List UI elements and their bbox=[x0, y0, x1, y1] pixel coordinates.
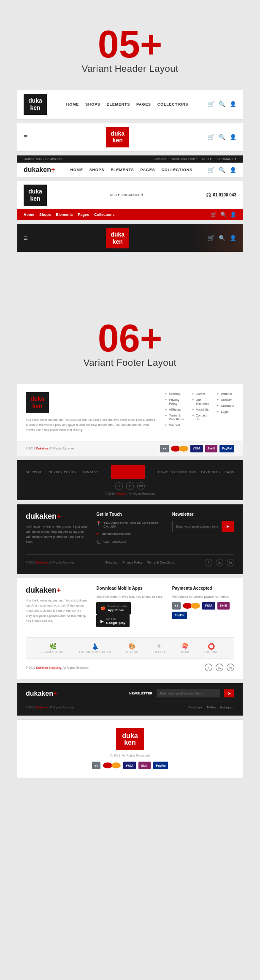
link-contact[interactable]: Contact Us bbox=[192, 414, 209, 421]
nav-pages[interactable]: PAGES bbox=[136, 102, 151, 106]
instagram-link[interactable]: Instagram bbox=[220, 705, 234, 709]
link-affiliates[interactable]: Affiliates bbox=[165, 408, 184, 411]
twitter-icon[interactable]: tw bbox=[216, 559, 223, 566]
nav-pages[interactable]: PAGES bbox=[141, 168, 155, 172]
track-order-link[interactable]: Track Your Order bbox=[171, 157, 197, 161]
cart-icon[interactable]: 🛒 bbox=[208, 134, 214, 140]
link-branches[interactable]: Our Branches bbox=[192, 398, 209, 406]
nav-collections[interactable]: COLLECTIONS bbox=[157, 102, 188, 106]
pay-generic-icon: ●● bbox=[92, 762, 100, 769]
header1-icons: 🛒 🔍 👤 bbox=[208, 101, 236, 107]
link-about[interactable]: About Us bbox=[192, 408, 209, 411]
footer3-privacy[interactable]: Privacy Policy bbox=[122, 561, 142, 564]
footer5-brand-link[interactable]: Dukaken bbox=[36, 706, 48, 709]
footer2-terms[interactable]: TERMS & CONDITIONS bbox=[157, 470, 196, 474]
footer2-faqs[interactable]: FAQS bbox=[225, 470, 234, 474]
nav-elements[interactable]: ELEMENTS bbox=[107, 102, 130, 106]
cart-icon[interactable]: 🛒 bbox=[208, 235, 214, 241]
footer2-privacy[interactable]: PRIVACY POLICY bbox=[48, 470, 77, 474]
nav-shops[interactable]: SHOPS bbox=[89, 168, 105, 172]
link-terms[interactable]: Terms & Conditions bbox=[165, 414, 184, 421]
facebook-link[interactable]: Facebook bbox=[189, 705, 203, 709]
link-account[interactable]: Account bbox=[217, 398, 234, 402]
search-icon[interactable]: 🔍 bbox=[219, 167, 225, 173]
currency-selector[interactable]: USD ▾ SINGAPORE ▾ bbox=[110, 193, 143, 197]
footer4-payments-desc: We depose for correct payments method bbox=[172, 595, 234, 599]
footer-variant-4: dukaken+ You think water moves fast. You… bbox=[17, 578, 243, 679]
footer2-contact[interactable]: CONTACT bbox=[82, 470, 98, 474]
cart-icon[interactable]: 🛒 bbox=[208, 101, 214, 107]
link-checkout[interactable]: Checkout bbox=[217, 404, 234, 408]
pay-generic-icon: ●● bbox=[160, 445, 168, 452]
footer1-brand-link[interactable]: Dukaken bbox=[36, 447, 48, 450]
pay-mc-right-icon bbox=[191, 603, 200, 609]
header2-logo: duka ken bbox=[106, 127, 129, 148]
footer3-contact-title: Get In Touch bbox=[96, 512, 164, 517]
brands-row: 🌿LEAVES & CO. 👗FASHION BLOGGER 🎨STUDIO ✈… bbox=[26, 637, 234, 659]
search-icon[interactable]: 🔍 bbox=[220, 212, 227, 218]
search-icon[interactable]: 🔍 bbox=[219, 134, 225, 140]
cart-icon[interactable]: 🛒 bbox=[211, 212, 217, 218]
nav-shops[interactable]: Shops bbox=[39, 212, 51, 217]
google-play-button[interactable]: ▶ Get it on Google play bbox=[96, 615, 130, 627]
newsletter-submit-button[interactable]: ➤ bbox=[224, 689, 234, 697]
user-icon[interactable]: 👤 bbox=[230, 235, 236, 241]
footer2-logo: duka ken bbox=[111, 465, 145, 479]
brand-studio: 🎨STUDIO bbox=[126, 643, 138, 653]
link-support[interactable]: Support bbox=[165, 423, 184, 427]
newsletter-submit-button[interactable]: ➤ bbox=[222, 521, 234, 532]
search-icon[interactable]: 🔍 bbox=[219, 101, 225, 107]
link-login[interactable]: Login bbox=[217, 410, 234, 414]
link-career[interactable]: Career bbox=[192, 392, 209, 396]
nav-elements[interactable]: Elements bbox=[56, 212, 73, 217]
location-link[interactable]: Location bbox=[153, 157, 166, 161]
user-icon[interactable]: 👤 bbox=[230, 101, 236, 107]
pay-mc-right-icon bbox=[111, 762, 121, 768]
brand-sushi: 🍣sushi bbox=[181, 643, 190, 653]
user-icon[interactable]: 👤 bbox=[230, 134, 236, 140]
search-icon[interactable]: 🔍 bbox=[219, 235, 225, 241]
newsletter-input[interactable] bbox=[157, 689, 220, 697]
twitter-icon[interactable]: tw bbox=[216, 664, 223, 671]
footer3-shipping[interactable]: Shipping bbox=[105, 561, 117, 564]
instagram-icon[interactable]: in bbox=[227, 664, 234, 671]
currency-select[interactable]: USD ▾ bbox=[202, 157, 211, 161]
cart-icon[interactable]: 🛒 bbox=[208, 167, 214, 173]
nav-shops[interactable]: SHOPS bbox=[85, 102, 100, 106]
nav-elements[interactable]: ELEMENTS bbox=[111, 168, 134, 172]
hamburger-icon[interactable]: ≡ bbox=[24, 234, 27, 242]
nav-home[interactable]: HOME bbox=[66, 102, 79, 106]
footer2-payments[interactable]: PAYMENTS bbox=[201, 470, 220, 474]
footer3-terms[interactable]: Terms & Conditions bbox=[147, 561, 175, 564]
twitter-link[interactable]: Twitter bbox=[207, 705, 216, 709]
pay-generic-icon: ●● bbox=[172, 602, 181, 610]
twitter-icon[interactable]: tw bbox=[137, 482, 145, 490]
brand-leaves: 🌿LEAVES & CO. bbox=[41, 643, 65, 653]
footer1-links-col3: Wishlist Account Checkout Login bbox=[217, 392, 234, 414]
app-store-button[interactable]: 🍎 Download on the App Store bbox=[96, 602, 131, 615]
user-icon[interactable]: 👤 bbox=[230, 212, 236, 218]
footer4-apps-title: Download Mobile Apps bbox=[96, 586, 164, 591]
nav-pages[interactable]: Pages bbox=[78, 212, 89, 217]
user-icon[interactable]: 👤 bbox=[230, 167, 236, 173]
nav-home[interactable]: Home bbox=[24, 212, 34, 217]
instagram-icon[interactable]: in bbox=[227, 559, 234, 566]
link-privacy[interactable]: Privacy Policy bbox=[165, 398, 184, 406]
instagram-icon[interactable]: in bbox=[126, 482, 134, 490]
country-select[interactable]: GERMANY ▾ bbox=[217, 157, 236, 161]
nav-collections[interactable]: Collections bbox=[94, 212, 115, 217]
hamburger-icon[interactable]: ≡ bbox=[24, 133, 27, 141]
link-wishlist[interactable]: Wishlist bbox=[217, 392, 234, 396]
footer2-shipping[interactable]: SHIPPING bbox=[26, 470, 43, 474]
facebook-icon[interactable]: f bbox=[115, 482, 123, 490]
facebook-icon[interactable]: f bbox=[205, 664, 212, 671]
newsletter-input[interactable] bbox=[173, 521, 222, 532]
nav-collections[interactable]: COLLECTIONS bbox=[161, 168, 192, 172]
facebook-icon[interactable]: f bbox=[205, 559, 212, 566]
link-sitemap[interactable]: Sitemap bbox=[165, 392, 184, 396]
footer4-brand-link[interactable]: Dukaken Shopping bbox=[36, 666, 61, 669]
header5-logo: duka ken bbox=[106, 228, 129, 249]
footer1-logo: duka ken bbox=[26, 392, 49, 413]
nav-home[interactable]: HOME bbox=[70, 168, 83, 172]
pay-visa-icon: VISA bbox=[190, 445, 203, 452]
